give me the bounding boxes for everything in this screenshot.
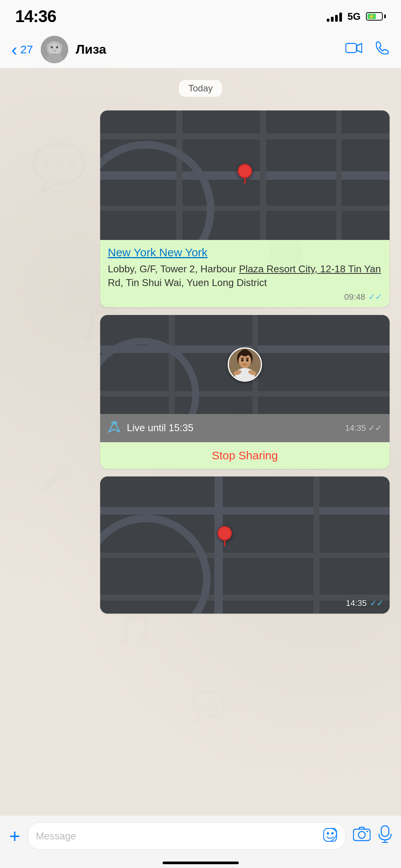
location-info-1: New York New York Lobby, G/F, Tower 2, H… — [100, 240, 390, 307]
attach-button[interactable]: + — [9, 826, 20, 846]
nav-bar: ‹ 27 Лиза — [0, 30, 401, 69]
input-bar: + Message — [0, 815, 401, 868]
svg-point-29 — [327, 832, 329, 834]
live-message-meta: 14:35 ✓✓ — [345, 423, 382, 433]
signal-bars-icon — [327, 11, 342, 22]
battery-bolt-icon: ⚡ — [368, 13, 375, 19]
svg-text:🎵: 🎵 — [114, 610, 155, 648]
signal-bar-3 — [335, 15, 338, 22]
svg-point-3 — [51, 46, 53, 48]
home-indicator — [163, 862, 239, 864]
date-divider: Today — [179, 80, 222, 97]
network-type-label: 5G — [347, 11, 361, 22]
location-message-1[interactable]: New York New York Lobby, G/F, Tower 2, H… — [100, 110, 390, 307]
status-icons: 5G ⚡ — [327, 11, 386, 22]
contact-name[interactable]: Лиза — [76, 42, 338, 57]
battery-icon: ⚡ — [366, 12, 386, 21]
voice-message-button[interactable] — [378, 825, 392, 847]
map-pin-1 — [238, 164, 252, 184]
message-meta-1: 09:48 ✓✓ — [108, 292, 382, 302]
message-time-1: 09:48 — [344, 292, 365, 302]
chat-area: 💬 📷 🎵 💬 🎤 📷 🎵 💬 Today — [0, 69, 401, 815]
svg-point-2 — [48, 43, 61, 54]
location-address-1: Lobby, G/F, Tower 2, Harbour Plaza Resor… — [108, 262, 382, 290]
svg-text:💬: 💬 — [190, 689, 226, 723]
svg-point-21 — [241, 349, 249, 356]
status-bar: 14:36 5G ⚡ — [0, 0, 401, 30]
svg-text:💬: 💬 — [30, 140, 88, 194]
live-location-message[interactable]: Live until 15:35 14:35 ✓✓ Stop Sharing — [100, 315, 390, 469]
location-name-1[interactable]: New York New York — [108, 246, 382, 259]
signal-bar-4 — [339, 13, 342, 22]
live-message-ticks: ✓✓ — [368, 423, 382, 433]
map-pin-3 — [217, 526, 232, 547]
svg-text:🎤: 🎤 — [38, 463, 72, 494]
message-ticks-1: ✓✓ — [368, 292, 382, 302]
live-info-bar: Live until 15:35 14:35 ✓✓ — [100, 414, 390, 442]
svg-rect-8 — [346, 43, 356, 53]
live-message-time: 14:35 — [345, 423, 366, 433]
live-map-preview — [100, 315, 390, 414]
stop-sharing-button[interactable]: Stop Sharing — [100, 442, 390, 469]
map-3-time: 14:35 — [346, 598, 367, 608]
svg-point-30 — [331, 832, 334, 834]
nav-actions — [345, 41, 390, 58]
live-location-avatar — [228, 347, 262, 382]
map-preview-1 — [100, 110, 390, 240]
svg-marker-9 — [357, 43, 362, 53]
svg-rect-34 — [381, 826, 389, 836]
map-3-meta: 14:35 ✓✓ — [346, 598, 383, 608]
signal-bar-1 — [327, 19, 329, 22]
svg-point-4 — [56, 46, 58, 48]
sticker-button[interactable] — [323, 828, 337, 845]
back-button[interactable]: ‹ 27 — [11, 39, 33, 60]
live-location-navigation-icon — [108, 420, 121, 436]
svg-point-32 — [358, 831, 365, 838]
back-chevron-icon: ‹ — [11, 39, 17, 60]
location-message-3[interactable]: 14:35 ✓✓ — [100, 476, 390, 614]
battery-tip — [384, 14, 386, 18]
svg-rect-31 — [353, 829, 370, 841]
message-input[interactable]: Message — [28, 822, 345, 850]
map-3-ticks: ✓✓ — [370, 598, 383, 608]
signal-bar-2 — [331, 17, 334, 22]
live-until-text: Live until 15:35 — [127, 422, 339, 434]
svg-point-33 — [366, 831, 368, 832]
phone-call-icon[interactable] — [376, 41, 390, 58]
unread-count-badge: 27 — [20, 43, 33, 56]
message-placeholder: Message — [36, 830, 76, 842]
svg-point-24 — [241, 359, 244, 361]
svg-point-25 — [246, 359, 249, 361]
status-time: 14:36 — [15, 7, 56, 26]
map-preview-3: 14:35 ✓✓ — [100, 476, 390, 614]
avatar[interactable] — [41, 36, 68, 63]
camera-button[interactable] — [353, 826, 371, 846]
video-call-icon[interactable] — [345, 41, 362, 58]
